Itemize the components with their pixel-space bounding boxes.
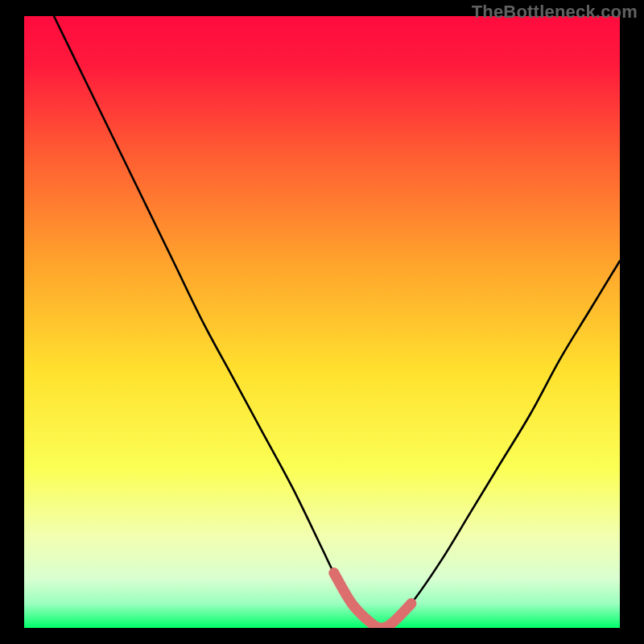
gradient-background: [24, 16, 620, 628]
chart-frame: TheBottleneck.com: [0, 0, 644, 644]
plot-area: [24, 16, 620, 628]
watermark-label: TheBottleneck.com: [472, 2, 638, 23]
chart-svg: [24, 16, 620, 628]
